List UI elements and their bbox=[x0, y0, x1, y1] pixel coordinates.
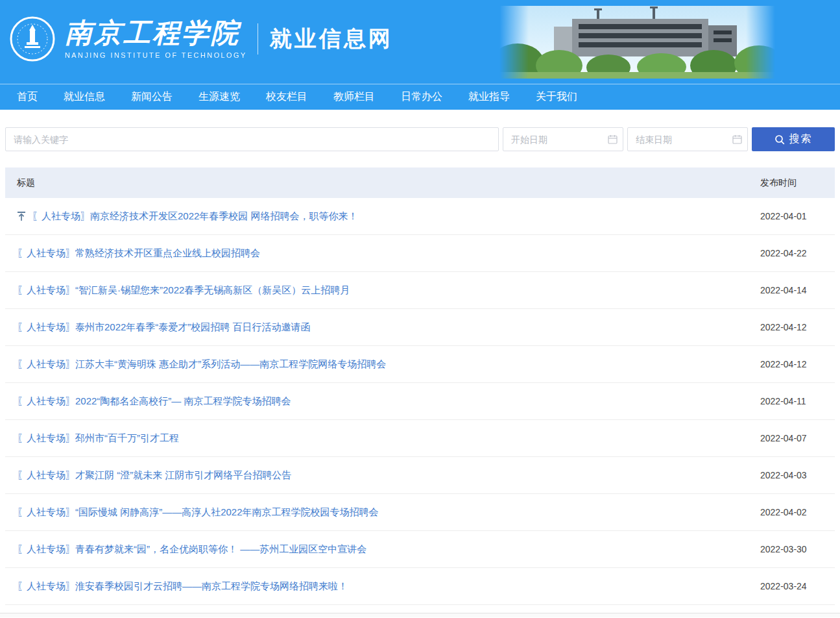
nav-item[interactable]: 校友栏目 bbox=[266, 90, 307, 104]
news-publish-date: 2022-03-24 bbox=[760, 581, 835, 591]
news-title-link[interactable]: 〖人社专场〗邳州市“百千万”引才工程 bbox=[5, 432, 760, 445]
news-title-link[interactable]: 〖人社专场〗“国际慢城 闲静高淳”——高淳人社2022年南京工程学院校园专场招聘… bbox=[5, 506, 760, 519]
school-name: 南京工程学院 bbox=[65, 17, 240, 49]
news-row[interactable]: 〖人社专场〗常熟经济技术开区重点企业线上校园招聘会 2022-04-22 bbox=[5, 235, 835, 272]
search-bar: 搜索 bbox=[0, 110, 840, 151]
news-title-link[interactable]: 〖人社专场〗淮安春季校园引才云招聘——南京工程学院专场网络招聘来啦！ bbox=[5, 580, 760, 593]
news-title-text: 〖人社专场〗“智汇新吴·锡望您来”2022春季无锡高新区（新吴区）云上招聘月 bbox=[17, 284, 350, 297]
news-row[interactable]: 〖人社专场〗才聚江阴 “澄”就未来 江阴市引才网络平台招聘公告 2022-04-… bbox=[5, 457, 835, 494]
nav-item[interactable]: 日常办公 bbox=[401, 90, 442, 104]
search-button[interactable]: 搜索 bbox=[752, 127, 835, 151]
news-row[interactable]: 〖人社专场〗2022“陶都名企高校行”— 南京工程学院专场招聘会 2022-04… bbox=[5, 383, 835, 420]
news-row[interactable]: 〖人社专场〗青春有梦就来“园”，名企优岗职等你！ ——苏州工业园区空中宣讲会 2… bbox=[5, 531, 835, 568]
news-title-link[interactable]: 〖人社专场〗“智汇新吴·锡望您来”2022春季无锡高新区（新吴区）云上招聘月 bbox=[5, 284, 760, 297]
news-title-text: 〖人社专场〗南京经济技术开发区2022年春季校园 网络招聘会，职等你来！ bbox=[32, 210, 358, 223]
brand: 南京工程学院 NANJING INSTITUTE OF TECHNOLOGY 就… bbox=[9, 16, 393, 62]
news-title-text: 〖人社专场〗才聚江阴 “澄”就未来 江阴市引才网络平台招聘公告 bbox=[17, 469, 291, 482]
nav-item[interactable]: 关于我们 bbox=[536, 90, 577, 104]
school-seal-icon bbox=[9, 16, 56, 62]
calendar-icon[interactable] bbox=[732, 134, 742, 144]
news-table-header: 标题 发布时间 bbox=[5, 167, 835, 198]
news-title-text: 〖人社专场〗常熟经济技术开区重点企业线上校园招聘会 bbox=[17, 247, 260, 260]
news-publish-date: 2022-04-14 bbox=[760, 285, 835, 295]
nav-item[interactable]: 就业指导 bbox=[468, 90, 510, 104]
start-date-field bbox=[503, 127, 623, 151]
page-bottom-divider bbox=[0, 613, 840, 617]
magnifier-icon bbox=[774, 134, 785, 145]
news-publish-date: 2022-04-01 bbox=[760, 211, 835, 221]
news-publish-date: 2022-04-11 bbox=[760, 396, 835, 406]
news-title-text: 〖人社专场〗邳州市“百千万”引才工程 bbox=[17, 432, 179, 445]
news-publish-date: 2022-04-22 bbox=[760, 248, 835, 258]
nav-item[interactable]: 首页 bbox=[17, 90, 38, 104]
column-title: 标题 bbox=[5, 177, 760, 189]
news-title-text: 〖人社专场〗江苏大丰“黄海明珠 惠企助才”系列活动——南京工程学院网络专场招聘会 bbox=[17, 358, 386, 371]
news-publish-date: 2022-04-03 bbox=[760, 470, 835, 480]
news-title-link[interactable]: 〖人社专场〗2022“陶都名企高校行”— 南京工程学院专场招聘会 bbox=[5, 395, 760, 408]
news-title-text: 〖人社专场〗淮安春季校园引才云招聘——南京工程学院专场网络招聘来啦！ bbox=[17, 580, 348, 593]
news-row[interactable]: 〖人社专场〗“国际慢城 闲静高淳”——高淳人社2022年南京工程学院校园专场招聘… bbox=[5, 494, 835, 531]
news-title-text: 〖人社专场〗“国际慢城 闲静高淳”——高淳人社2022年南京工程学院校园专场招聘… bbox=[17, 506, 379, 519]
news-publish-date: 2022-04-12 bbox=[760, 359, 835, 369]
brand-divider bbox=[258, 23, 258, 55]
news-title-text: 〖人社专场〗青春有梦就来“园”，名企优岗职等你！ ——苏州工业园区空中宣讲会 bbox=[17, 543, 366, 556]
calendar-icon[interactable] bbox=[608, 134, 618, 144]
news-row[interactable]: 〖人社专场〗邳州市“百千万”引才工程 2022-04-07 bbox=[5, 420, 835, 457]
nav-item[interactable]: 就业信息 bbox=[64, 90, 105, 104]
school-names: 南京工程学院 NANJING INSTITUTE OF TECHNOLOGY bbox=[65, 19, 247, 58]
nav-item[interactable]: 新闻公告 bbox=[131, 90, 173, 104]
search-button-label: 搜索 bbox=[789, 132, 813, 146]
news-title-link[interactable]: 〖人社专场〗泰州市2022年春季“泰爱才”校园招聘 百日行活动邀请函 bbox=[5, 321, 760, 334]
news-table: 标题 发布时间 〖人社专场〗南京经济技术开发区2022年春季校园 网络招聘会，职… bbox=[5, 167, 835, 605]
news-title-link[interactable]: 〖人社专场〗青春有梦就来“园”，名企优岗职等你！ ——苏州工业园区空中宣讲会 bbox=[5, 543, 760, 556]
nav-item[interactable]: 生源速览 bbox=[198, 90, 240, 104]
pin-top-icon bbox=[17, 211, 26, 221]
site-title: 就业信息网 bbox=[270, 24, 393, 54]
news-title-text: 〖人社专场〗泰州市2022年春季“泰爱才”校园招聘 百日行活动邀请函 bbox=[17, 321, 311, 334]
news-row[interactable]: 〖人社专场〗泰州市2022年春季“泰爱才”校园招聘 百日行活动邀请函 2022-… bbox=[5, 309, 835, 346]
site-header: 南京工程学院 NANJING INSTITUTE OF TECHNOLOGY 就… bbox=[0, 0, 840, 84]
news-publish-date: 2022-04-07 bbox=[760, 433, 835, 443]
keyword-input[interactable] bbox=[5, 127, 499, 151]
news-publish-date: 2022-04-12 bbox=[760, 322, 835, 332]
news-title-link[interactable]: 〖人社专场〗南京经济技术开发区2022年春季校园 网络招聘会，职等你来！ bbox=[5, 210, 760, 223]
news-title-link[interactable]: 〖人社专场〗常熟经济技术开区重点企业线上校园招聘会 bbox=[5, 247, 760, 260]
news-title-link[interactable]: 〖人社专场〗才聚江阴 “澄”就未来 江阴市引才网络平台招聘公告 bbox=[5, 469, 760, 482]
news-row[interactable]: 〖人社专场〗“智汇新吴·锡望您来”2022春季无锡高新区（新吴区）云上招聘月 2… bbox=[5, 272, 835, 309]
campus-photo bbox=[499, 6, 775, 79]
end-date-input[interactable] bbox=[627, 127, 748, 151]
news-row[interactable]: 〖人社专场〗江苏大丰“黄海明珠 惠企助才”系列活动——南京工程学院网络专场招聘会… bbox=[5, 346, 835, 383]
news-list: 〖人社专场〗南京经济技术开发区2022年春季校园 网络招聘会，职等你来！ 202… bbox=[5, 198, 835, 605]
news-publish-date: 2022-04-02 bbox=[760, 507, 835, 517]
column-publish-date: 发布时间 bbox=[760, 177, 835, 189]
end-date-field bbox=[627, 127, 748, 151]
news-title-text: 〖人社专场〗2022“陶都名企高校行”— 南京工程学院专场招聘会 bbox=[17, 395, 291, 408]
news-publish-date: 2022-03-30 bbox=[760, 544, 835, 554]
school-name-en: NANJING INSTITUTE OF TECHNOLOGY bbox=[65, 51, 247, 59]
news-title-link[interactable]: 〖人社专场〗江苏大丰“黄海明珠 惠企助才”系列活动——南京工程学院网络专场招聘会 bbox=[5, 358, 760, 371]
news-row[interactable]: 〖人社专场〗南京经济技术开发区2022年春季校园 网络招聘会，职等你来！ 202… bbox=[5, 198, 835, 235]
news-row[interactable]: 〖人社专场〗淮安春季校园引才云招聘——南京工程学院专场网络招聘来啦！ 2022-… bbox=[5, 568, 835, 605]
nav-item[interactable]: 教师栏目 bbox=[333, 90, 375, 104]
start-date-input[interactable] bbox=[503, 127, 623, 151]
main-nav: 首页 就业信息 新闻公告 生源速览 校友栏目 教师栏目 日常办公 就业指导 关于… bbox=[0, 84, 840, 110]
